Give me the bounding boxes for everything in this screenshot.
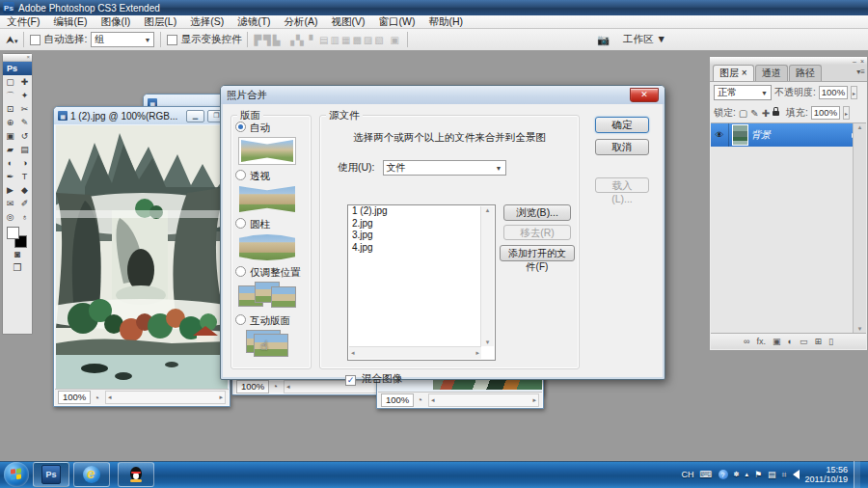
- remove-button[interactable]: 移去(R): [503, 225, 571, 240]
- blend-images-checkbox[interactable]: ✓: [345, 375, 356, 386]
- volume-icon[interactable]: [793, 470, 800, 479]
- file-list-hscrollbar[interactable]: ◂▸: [349, 346, 481, 359]
- eyedropper-tool[interactable]: ✐: [17, 197, 32, 210]
- visibility-eye-icon[interactable]: 👁: [711, 123, 729, 147]
- panel-dock-header[interactable]: – ×: [710, 57, 867, 65]
- clone-stamp-tool[interactable]: ▣: [3, 129, 17, 143]
- menu-filter[interactable]: 滤镜(T): [231, 15, 277, 29]
- lock-all-icon[interactable]: [773, 111, 779, 116]
- fill-field[interactable]: 100%: [811, 106, 840, 120]
- opacity-spinner[interactable]: ▸: [851, 86, 857, 99]
- taskbar-photoshop-button[interactable]: Ps: [33, 462, 69, 487]
- bridge-icon[interactable]: 📷: [597, 34, 610, 46]
- source-file-list[interactable]: 1 (2).jpg 2.jpg 3.jpg 4.jpg ▴▾ ◂▸: [347, 204, 496, 361]
- blend-images-row[interactable]: ✓ 混合图像: [345, 372, 402, 386]
- layer-row-background[interactable]: 👁 背景: [711, 123, 866, 147]
- perspective-radio[interactable]: [235, 170, 246, 180]
- show-transform-checkbox[interactable]: [167, 35, 177, 45]
- tab-paths[interactable]: 路径: [789, 65, 822, 81]
- menu-help[interactable]: 帮助(H): [422, 15, 471, 29]
- document-zoom-field[interactable]: 100%: [58, 391, 91, 404]
- crop-tool[interactable]: ⊡: [3, 102, 17, 116]
- menu-edit[interactable]: 编辑(E): [46, 15, 94, 29]
- use-dropdown[interactable]: 文件▼: [383, 160, 506, 176]
- doc4-hscrollbar[interactable]: ◂▸: [428, 393, 539, 407]
- screen-mode-icon[interactable]: ❐: [14, 262, 22, 273]
- rectangular-marquee-tool[interactable]: ▢: [3, 75, 17, 89]
- document-1-title-bar[interactable]: ▦ 1 (2).jpg @ 100%(RGB... ▁ ❐: [54, 107, 230, 124]
- auto-select-checkbox[interactable]: [30, 35, 41, 45]
- shape-tool[interactable]: ◆: [17, 183, 32, 197]
- pen-tool[interactable]: ✒: [3, 170, 17, 183]
- menu-select[interactable]: 选择(S): [183, 15, 231, 29]
- gradient-tool[interactable]: ▤: [17, 143, 32, 156]
- file-list-vscrollbar[interactable]: ▴▾: [480, 206, 494, 346]
- menu-image[interactable]: 图像(I): [94, 15, 137, 29]
- layer-thumbnail[interactable]: [733, 125, 747, 145]
- layout-option-interactive[interactable]: 互动版面: [235, 314, 311, 328]
- link-layers-icon[interactable]: ∞: [744, 337, 749, 346]
- layer-group-icon[interactable]: ▭: [800, 337, 808, 346]
- notes-tool[interactable]: ✉: [3, 197, 17, 210]
- auto-select-dropdown[interactable]: 组▼: [91, 32, 154, 47]
- healing-brush-tool[interactable]: ⊕: [3, 116, 17, 129]
- doc4-zoom-field[interactable]: 100%: [381, 393, 414, 407]
- menu-view[interactable]: 视图(V): [325, 15, 372, 29]
- workspace-dropdown[interactable]: 工作区 ▼: [623, 33, 666, 46]
- lock-position-icon[interactable]: ✚: [762, 108, 770, 119]
- opacity-field[interactable]: 100%: [819, 86, 848, 99]
- dialog-title-bar[interactable]: 照片合并 ✕: [221, 86, 665, 104]
- lasso-tool[interactable]: ⌒: [3, 89, 17, 102]
- tray-overflow-icon[interactable]: ▴: [745, 471, 748, 478]
- file-item[interactable]: 1 (2).jpg: [348, 205, 495, 218]
- qq-tray-icon[interactable]: ?: [719, 470, 728, 479]
- type-tool[interactable]: T: [17, 170, 32, 183]
- panel-close-icon[interactable]: ×: [860, 58, 864, 65]
- layout-option-auto[interactable]: 自动: [235, 122, 311, 135]
- tray-settings-icon[interactable]: ✽: [734, 471, 740, 478]
- blur-tool[interactable]: ◐: [3, 156, 17, 170]
- document-canvas[interactable]: [56, 125, 228, 390]
- fill-spinner[interactable]: ▸: [843, 106, 850, 120]
- panel-collapse-icon[interactable]: –: [853, 58, 856, 65]
- slice-tool[interactable]: ✂: [17, 102, 32, 116]
- app-title-bar[interactable]: Ps Adobe Photoshop CS3 Extended: [0, 0, 868, 15]
- zoom-tool[interactable]: ♁: [17, 210, 32, 224]
- cancel-button[interactable]: 取消: [595, 139, 649, 155]
- network-icon[interactable]: ⌗: [782, 470, 787, 480]
- menu-window[interactable]: 窗口(W): [372, 15, 422, 29]
- dodge-tool[interactable]: ◑: [17, 156, 32, 170]
- taskbar-qq-button[interactable]: [118, 462, 154, 487]
- brush-tool[interactable]: ✎: [17, 116, 32, 129]
- dialog-close-button[interactable]: ✕: [630, 88, 659, 102]
- new-layer-icon[interactable]: ⊞: [814, 337, 822, 346]
- foreground-color-swatch[interactable]: [7, 227, 19, 239]
- lock-transparent-icon[interactable]: ▢: [739, 108, 747, 119]
- tab-channels[interactable]: 通道: [755, 65, 788, 81]
- ime-indicator[interactable]: CH: [682, 470, 694, 479]
- lock-pixels-icon[interactable]: ✎: [750, 108, 758, 119]
- layer-style-icon[interactable]: fx.: [756, 337, 766, 346]
- file-item[interactable]: 2.jpg: [348, 218, 495, 230]
- tray-app-icon[interactable]: ▤: [768, 470, 776, 479]
- keyboard-icon[interactable]: ⌨: [700, 470, 713, 479]
- menu-file[interactable]: 文件(F): [0, 15, 46, 29]
- layout-option-perspective[interactable]: 透视: [235, 170, 311, 183]
- reposition-radio[interactable]: [235, 266, 246, 277]
- toolbox-grip[interactable]: ×: [3, 54, 32, 62]
- file-item[interactable]: 3.jpg: [348, 230, 495, 242]
- layer-list-scrollbar[interactable]: ▴▾: [853, 123, 866, 333]
- path-selection-tool[interactable]: ▶: [3, 183, 17, 197]
- panel-menu-icon[interactable]: ▾≡: [856, 68, 865, 76]
- interactive-radio[interactable]: [235, 314, 246, 325]
- move-tool-preset-icon[interactable]: ⮝▾: [6, 34, 17, 46]
- start-button[interactable]: [4, 462, 29, 487]
- document-hscrollbar[interactable]: ◂▸: [105, 391, 226, 404]
- show-desktop-button[interactable]: [854, 461, 860, 488]
- document-window-1[interactable]: ▦ 1 (2).jpg @ 100%(RGB... ▁ ❐: [53, 106, 231, 407]
- hand-tool[interactable]: ◎: [3, 210, 17, 224]
- layer-mask-icon[interactable]: ▣: [773, 337, 781, 346]
- layout-option-reposition[interactable]: 仅调整位置: [235, 266, 311, 280]
- tray-clock[interactable]: 15:56 2011/10/19: [805, 465, 848, 484]
- taskbar-ie-button[interactable]: [73, 462, 110, 487]
